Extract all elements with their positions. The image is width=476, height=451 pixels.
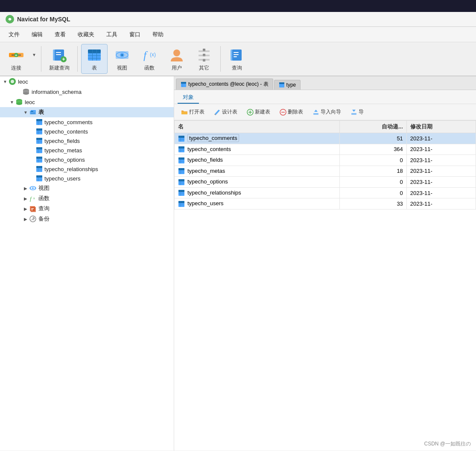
- svg-rect-53: [36, 119, 42, 121]
- selected-name: typecho_comments: [187, 134, 239, 142]
- table-row[interactable]: typecho_fields02023-11-: [175, 155, 476, 166]
- table-icon: [86, 47, 103, 64]
- sidebar-item-tables[interactable]: ▼ 表: [0, 107, 174, 117]
- sidebar-item-backups[interactable]: ▶ 备份: [0, 214, 174, 224]
- svg-point-43: [23, 92, 29, 95]
- functions-icon: f x: [29, 195, 37, 202]
- table-sm-icon: [36, 119, 43, 125]
- function-button[interactable]: f (x) 函数: [137, 44, 162, 74]
- sidebar-item-typecho-metas[interactable]: typecho_metas: [0, 145, 174, 155]
- separator-3: [220, 46, 221, 72]
- menu-window[interactable]: 窗口: [124, 29, 146, 40]
- tab-type[interactable]: type: [274, 80, 301, 90]
- cell-auto-inc: 18: [339, 166, 406, 177]
- row-name-text: typecho_fields: [187, 157, 223, 163]
- sidebar-item-typecho-users[interactable]: typecho_users: [0, 174, 174, 183]
- svg-point-88: [32, 187, 34, 189]
- sidebar-item-typecho-relationships[interactable]: typecho_relationships: [0, 164, 174, 174]
- cell-name: typecho_contents: [175, 144, 340, 155]
- connect-button[interactable]: + 连接: [3, 44, 29, 74]
- sidebar-item-typecho-fields[interactable]: typecho_fields: [0, 136, 174, 145]
- sidebar-item-typecho-comments[interactable]: typecho_comments: [0, 117, 174, 127]
- separator-1: [41, 46, 41, 72]
- user-label: 用户: [172, 64, 182, 72]
- table-row[interactable]: typecho_contents3642023-11-: [175, 144, 476, 155]
- new-table-button[interactable]: 新建表: [243, 107, 274, 117]
- table-row[interactable]: typecho_relationships02023-11-: [175, 187, 476, 198]
- root-label: leoc: [18, 79, 28, 85]
- tab-objects[interactable]: typecho_contents @leoc (leoc) - 表: [176, 79, 273, 90]
- toolbar: + 连接 ▼ + 新建查询: [0, 42, 476, 76]
- information-schema-label: information_schema: [32, 89, 82, 95]
- svg-rect-78: [36, 166, 42, 168]
- typecho-users-sidebar-label: typecho_users: [44, 175, 81, 182]
- cell-modify-date: 2023-11-: [406, 177, 476, 188]
- export-label: 导: [359, 108, 364, 116]
- pencil-icon: [214, 109, 221, 116]
- menu-file[interactable]: 文件: [3, 29, 25, 40]
- cell-modify-date: 2023-11-: [406, 144, 476, 155]
- object-tab-objects[interactable]: 对象: [178, 92, 199, 104]
- sidebar-item-information-schema[interactable]: information_schema: [0, 87, 174, 97]
- watermark: CSDN @一如既往の: [424, 440, 471, 448]
- import-label: 导入向导: [321, 108, 341, 116]
- chevron-right-views: ▶: [22, 186, 29, 191]
- table-row[interactable]: typecho_comments512023-11-: [175, 133, 476, 144]
- tab-bar: typecho_contents @leoc (leoc) - 表 type: [174, 76, 476, 90]
- view-button[interactable]: 视图: [109, 44, 135, 74]
- svg-text:(x): (x): [150, 52, 156, 58]
- table-row[interactable]: typecho_metas182023-11-: [175, 166, 476, 177]
- open-table-label: 打开表: [189, 108, 204, 116]
- design-table-button[interactable]: 设计表: [210, 107, 241, 117]
- table-sm-icon-6: [36, 166, 43, 172]
- menu-tools[interactable]: 工具: [101, 29, 123, 40]
- svg-rect-19: [92, 49, 93, 61]
- menu-favorites[interactable]: 收藏夹: [73, 29, 99, 40]
- connection-icon: [9, 78, 16, 85]
- sidebar-item-root[interactable]: ▼ leoc: [0, 76, 174, 87]
- export-icon: [350, 109, 357, 116]
- table-row[interactable]: typecho_options02023-11-: [175, 177, 476, 188]
- user-button[interactable]: 用户: [164, 44, 190, 74]
- sidebar-item-leoc-db[interactable]: ▼ leoc: [0, 97, 174, 107]
- col-auto-inc: 自动递...: [339, 121, 406, 133]
- new-query-label: 新建查询: [49, 64, 70, 72]
- svg-rect-114: [178, 136, 184, 138]
- menu-edit[interactable]: 编辑: [26, 29, 48, 40]
- sidebar-item-functions[interactable]: ▶ f x 函数: [0, 193, 174, 204]
- other-button[interactable]: 其它: [191, 44, 217, 74]
- main-layout: ▼ leoc information_schema ▼: [0, 76, 476, 451]
- view-label: 视图: [117, 64, 127, 72]
- sidebar-item-views[interactable]: ▶ 视图: [0, 183, 174, 193]
- sidebar-item-typecho-options[interactable]: typecho_options: [0, 155, 174, 164]
- row-name-text: typecho_relationships: [187, 189, 241, 196]
- query-button[interactable]: 查询: [224, 44, 250, 74]
- connect-dropdown-arrow[interactable]: ▼: [31, 52, 38, 57]
- svg-rect-20: [96, 49, 97, 61]
- svg-rect-37: [234, 54, 239, 55]
- svg-point-27: [173, 49, 180, 56]
- table-row-icon: [178, 135, 185, 142]
- sidebar-item-queries[interactable]: ▶ 查询: [0, 204, 174, 214]
- export-button[interactable]: 导: [347, 107, 367, 117]
- row-name-text: typecho_options: [187, 178, 228, 185]
- functions-label: 函数: [38, 195, 50, 202]
- cell-modify-date: 2023-11-: [406, 166, 476, 177]
- svg-rect-129: [178, 168, 184, 170]
- user-icon: [168, 47, 185, 64]
- menu-help[interactable]: 帮助: [147, 29, 169, 40]
- chevron-right-queries: ▶: [22, 207, 29, 211]
- table-row[interactable]: typecho_users332023-11-: [175, 198, 476, 209]
- delete-table-button[interactable]: 删除表: [276, 107, 307, 117]
- sidebar-item-typecho-contents[interactable]: typecho_contents: [0, 127, 174, 136]
- table-button[interactable]: 表: [81, 44, 108, 74]
- app-title: Navicat for MySQL: [17, 16, 70, 23]
- import-button[interactable]: 导入向导: [309, 107, 345, 117]
- menu-view[interactable]: 查看: [50, 29, 71, 40]
- open-table-button[interactable]: 打开表: [178, 107, 208, 117]
- svg-rect-16: [88, 53, 101, 53]
- col-modify-date: 修改日期: [406, 121, 476, 133]
- object-tabs: 对象: [174, 90, 476, 104]
- row-name-text: typecho_metas: [187, 168, 225, 174]
- new-query-button[interactable]: + 新建查询: [45, 44, 74, 74]
